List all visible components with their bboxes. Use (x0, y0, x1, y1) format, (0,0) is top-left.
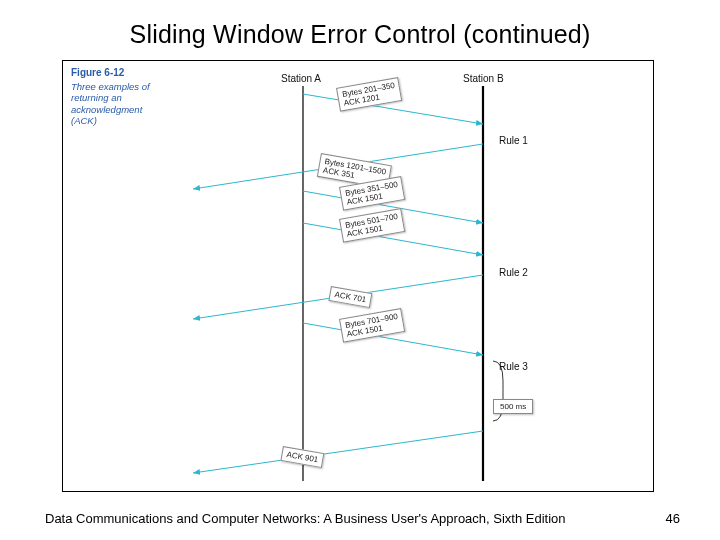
footer: Data Communications and Computer Network… (45, 511, 680, 526)
figure-container: Figure 6-12 Three examples of returning … (62, 60, 654, 492)
diagram-svg (63, 61, 653, 491)
delay-label: 500 ms (493, 399, 533, 414)
packet-5-ack: ACK 701 (334, 290, 367, 304)
slide-title: Sliding Window Error Control (continued) (0, 20, 720, 49)
rule-2-label: Rule 2 (499, 267, 528, 278)
svg-line-8 (193, 431, 483, 473)
rule-1-label: Rule 1 (499, 135, 528, 146)
rule-3-label: Rule 3 (499, 361, 528, 372)
packet-7-ack: ACK 901 (286, 450, 319, 464)
footer-text: Data Communications and Computer Network… (45, 511, 566, 526)
page-number: 46 (666, 511, 680, 526)
